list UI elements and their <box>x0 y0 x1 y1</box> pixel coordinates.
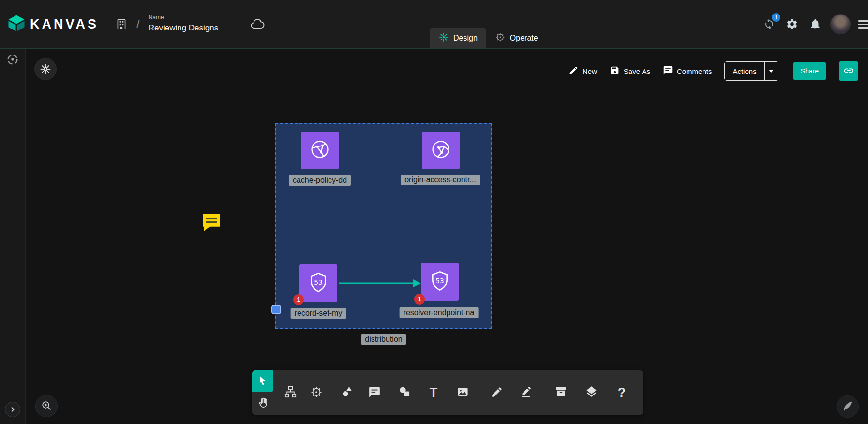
actions-button[interactable]: Actions <box>725 62 764 80</box>
helm-wheel-icon <box>310 385 323 400</box>
app-header: KANVAS / Name <box>0 0 868 48</box>
tab-design-label: Design <box>453 34 478 43</box>
tool-draw-button[interactable] <box>514 381 538 404</box>
comment-bubble-icon <box>368 386 381 400</box>
cloudfront-globe-icon <box>309 138 331 162</box>
node-label-cache-policy[interactable]: cache-policy-dd <box>289 175 351 186</box>
alert-badge-record-set[interactable]: 1 <box>293 294 304 305</box>
select-tool-button[interactable] <box>252 370 273 392</box>
toolbar-divider <box>544 375 544 410</box>
node-cache-policy[interactable] <box>301 132 339 169</box>
save-as-label: Save As <box>624 67 650 75</box>
edit-pencil-icon <box>491 386 503 400</box>
settings-gear-icon[interactable] <box>784 16 800 32</box>
actions-label: Actions <box>733 67 756 75</box>
tool-relationships-button[interactable] <box>279 381 302 404</box>
kanvas-logo[interactable]: KANVAS <box>8 15 99 34</box>
quill-pen-button[interactable] <box>837 395 859 418</box>
notifications-bell-icon[interactable] <box>807 16 823 32</box>
tool-image-button[interactable] <box>451 381 474 404</box>
share-label: Share <box>801 67 819 75</box>
svg-text:53: 53 <box>314 278 323 286</box>
brand-name: KANVAS <box>30 17 99 32</box>
tool-help-button[interactable]: ? <box>610 381 633 404</box>
hand-icon <box>257 396 270 410</box>
tool-shapes-button[interactable] <box>335 381 359 404</box>
route53-shield-icon: 53 <box>308 272 329 295</box>
archive-drawer-icon <box>554 385 568 400</box>
breadcrumb-separator: / <box>136 17 140 31</box>
notification-count-badge: 1 <box>772 13 780 22</box>
sitemap-icon <box>284 385 297 400</box>
organization-icon[interactable] <box>113 16 130 32</box>
expand-sidebar-button[interactable] <box>5 402 20 417</box>
route53-shield-icon: 53 <box>429 270 450 293</box>
shapes-cluster-icon <box>398 385 411 400</box>
tool-media-shapes-button[interactable] <box>393 381 416 404</box>
image-icon <box>456 385 469 400</box>
cloud-sync-icon[interactable] <box>248 15 267 33</box>
mode-tabs: Design Operate <box>430 28 547 48</box>
menu-icon[interactable] <box>857 17 868 31</box>
group-selection-handle[interactable] <box>271 305 281 314</box>
text-tool-icon: T <box>430 385 438 400</box>
cursor-arrow-icon <box>257 375 269 388</box>
copy-link-button[interactable] <box>839 61 858 81</box>
node-label-record-set[interactable]: record-set-my <box>291 308 346 319</box>
group-label-distribution[interactable]: distribution <box>361 334 406 345</box>
tool-comment-button[interactable] <box>363 381 386 404</box>
save-as-button[interactable]: Save As <box>610 65 650 77</box>
left-rail <box>0 49 26 424</box>
operate-mode-icon <box>495 32 506 44</box>
tab-operate[interactable]: Operate <box>486 28 547 48</box>
save-icon <box>610 65 620 77</box>
node-origin-access[interactable] <box>422 132 460 169</box>
pan-hand-tool-button[interactable] <box>255 395 272 412</box>
comments-button[interactable]: Comments <box>663 65 712 77</box>
quill-icon <box>842 400 853 413</box>
toolbar-divider <box>480 375 480 410</box>
node-label-resolver-endpoint[interactable]: resolver-endpoint-na <box>400 307 479 318</box>
actions-dropdown: Actions <box>724 61 778 81</box>
tab-operate-label: Operate <box>510 34 538 43</box>
share-button[interactable]: Share <box>793 62 826 80</box>
pen-signature-icon <box>520 386 532 400</box>
canvas-action-bar: New Save As Comments Actions <box>569 61 858 81</box>
toolbar-divider <box>332 375 332 410</box>
header-actions: 1 <box>762 0 868 48</box>
tool-archive-button[interactable] <box>549 381 572 404</box>
node-label-origin-access[interactable]: origin-access-contr... <box>401 175 480 185</box>
node-resolver-endpoint[interactable]: 53 <box>421 263 459 301</box>
tool-text-button[interactable]: T <box>422 381 445 404</box>
link-icon <box>843 65 854 77</box>
tool-kubernetes-button[interactable] <box>305 381 328 404</box>
design-name-field: Name <box>149 14 225 34</box>
node-record-set[interactable]: 53 <box>299 264 337 302</box>
alert-badge-resolver-endpoint[interactable]: 1 <box>414 294 425 305</box>
zoom-button[interactable] <box>35 395 58 417</box>
layers-icon <box>585 385 598 400</box>
chevron-down-icon <box>769 70 774 73</box>
design-name-label: Name <box>149 14 225 21</box>
tab-design[interactable]: Design <box>430 28 486 48</box>
user-avatar[interactable] <box>830 14 851 34</box>
zoom-in-icon <box>41 400 52 413</box>
design-canvas[interactable]: New Save As Comments Actions <box>0 48 868 424</box>
design-name-input[interactable] <box>149 22 225 34</box>
cloudfront-globe-icon <box>430 138 452 162</box>
svg-text:53: 53 <box>435 277 444 285</box>
new-label: New <box>583 67 597 75</box>
canvas-comment-marker[interactable] <box>200 211 223 235</box>
kanvas-logo-icon <box>8 15 25 34</box>
bottom-toolbar: T <box>252 370 643 415</box>
comment-icon <box>663 65 673 77</box>
rail-logo-icon[interactable] <box>6 53 19 68</box>
snowflake-menu-button[interactable] <box>34 58 57 80</box>
help-icon: ? <box>618 385 626 400</box>
new-button[interactable]: New <box>569 65 597 77</box>
pencil-icon <box>569 65 579 77</box>
tool-edit-button[interactable] <box>485 381 509 404</box>
tool-layers-button[interactable] <box>580 381 603 404</box>
connections-button[interactable]: 1 <box>762 16 777 32</box>
actions-caret-button[interactable] <box>764 62 778 80</box>
